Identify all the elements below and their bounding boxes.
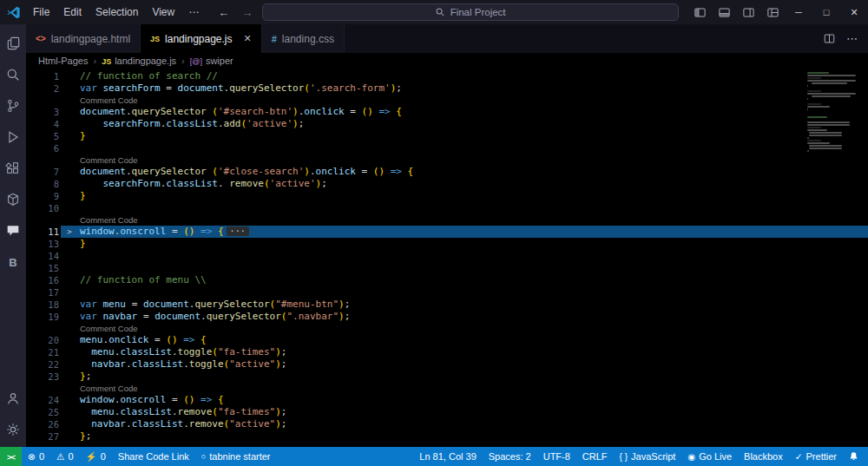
codelens[interactable]: Comment Code — [26, 154, 868, 166]
close-icon[interactable]: ✕ — [244, 33, 252, 44]
code-text[interactable]: } — [80, 190, 868, 202]
package-icon[interactable] — [0, 184, 26, 215]
line-number: 3 — [26, 106, 59, 118]
minimize-button[interactable]: ─ — [785, 0, 812, 24]
breadcrumb-item-landingpage.js[interactable]: JSlandingpage.js — [102, 56, 176, 66]
code-text[interactable]: menu.onclick = () => { — [80, 334, 868, 346]
menu-file[interactable]: File — [26, 3, 56, 22]
code-text[interactable]: document.querySelector ('#search-btn').o… — [80, 106, 868, 118]
layout-sidebar-left-icon[interactable] — [687, 0, 712, 24]
maximize-button[interactable]: □ — [812, 0, 840, 24]
code-text[interactable]: var navbar = document.querySelector(".na… — [80, 311, 868, 323]
code-text[interactable]: // function of search // — [80, 70, 868, 82]
codelens[interactable]: Comment Code — [26, 323, 868, 334]
explorer-icon[interactable] — [0, 28, 26, 59]
layout-customize-icon[interactable] — [760, 0, 785, 24]
codelens[interactable]: Comment Code — [26, 214, 868, 226]
code-line-2: 2var searchForm = document.querySelector… — [26, 82, 868, 95]
status-left-0[interactable]: ⚡0 — [80, 451, 112, 463]
line-number: 22 — [26, 358, 59, 371]
fold-chevron-icon[interactable]: > — [59, 226, 80, 238]
code-line-5: 5} — [26, 130, 868, 142]
account-icon[interactable] — [0, 383, 26, 414]
split-editor-icon[interactable] — [823, 32, 836, 45]
source-control-icon[interactable] — [0, 90, 26, 121]
code-text[interactable]: navbar.classList.remove("active"); — [80, 418, 868, 430]
code-line-6: 6 — [26, 142, 868, 154]
status-right-javascript[interactable]: { }JavaScript — [614, 451, 682, 462]
status-left-tabnine-starter[interactable]: ○tabnine starter — [195, 451, 277, 462]
code-text[interactable]: var menu = document.querySelector("#menu… — [80, 299, 868, 311]
nav-back-button[interactable]: ← — [218, 6, 229, 19]
command-center-search[interactable]: Final Project — [262, 3, 679, 21]
comments-icon[interactable] — [0, 215, 26, 246]
status-left-0[interactable]: ⊗0 — [22, 451, 50, 462]
code-line-16: 16// function of menu \\ — [26, 274, 868, 286]
code-text[interactable]: } — [80, 130, 868, 142]
code-text[interactable]: window.onscroll = () => {··· — [80, 226, 868, 238]
menu-edit[interactable]: Edit — [56, 3, 89, 22]
line-number: 11 — [26, 226, 59, 238]
minimap[interactable] — [807, 71, 858, 152]
nav-forward-button[interactable]: → — [241, 6, 253, 19]
code-text[interactable]: menu.classList.toggle("fa-times"); — [80, 346, 868, 358]
code-text[interactable] — [80, 262, 868, 274]
code-text[interactable] — [80, 250, 868, 262]
status-right-utf-8[interactable]: UTF-8 — [537, 451, 576, 462]
settings-gear-icon[interactable] — [0, 414, 26, 445]
remote-indicator[interactable]: >< — [0, 447, 22, 466]
tab-landingpage.html[interactable]: <>landingpage.html — [26, 24, 141, 53]
extensions-icon[interactable] — [0, 153, 26, 184]
line-number: 24 — [26, 394, 59, 406]
breadcrumb-item-swiper[interactable]: [@]swiper — [190, 56, 233, 66]
code-text[interactable]: }; — [80, 430, 868, 443]
code-text[interactable]: searchForm.classList.add('active'); — [80, 118, 868, 130]
code-text[interactable]: window.onscroll = () => { — [80, 394, 868, 406]
run-debug-icon[interactable] — [0, 121, 26, 153]
status-right-spaces-2[interactable]: Spaces: 2 — [483, 451, 537, 462]
status-right-go-live[interactable]: ◉Go Live — [681, 451, 738, 462]
codelens[interactable]: Comment Code — [26, 383, 868, 394]
blackbox-b-icon[interactable]: B — [0, 246, 26, 278]
folded-code-marker[interactable]: ··· — [227, 226, 249, 236]
fold-margin — [59, 178, 80, 190]
status-left-share-code-link[interactable]: Share Code Link — [112, 451, 195, 462]
close-button[interactable]: ✕ — [840, 0, 868, 24]
code-text[interactable]: var searchForm = document.querySelector(… — [80, 82, 868, 95]
editor[interactable]: 1// function of search //2var searchForm… — [26, 69, 868, 447]
fold-margin — [59, 262, 80, 274]
status-right-blackbox[interactable]: Blackbox — [738, 451, 789, 462]
tab-landing.css[interactable]: #landing.css — [262, 24, 345, 53]
css-icon: # — [272, 34, 277, 44]
fold-margin — [59, 371, 80, 383]
status-right-prettier[interactable]: ✓Prettier — [789, 451, 843, 462]
code-text[interactable]: navbar.classList.toggle("active"); — [80, 358, 868, 371]
tab-landingpage.js[interactable]: JSlandingpage.js✕ — [141, 24, 262, 53]
code-text[interactable]: menu.classList.remove("fa-times"); — [80, 406, 868, 418]
code-text[interactable] — [80, 286, 868, 299]
status-label: Blackbox — [744, 451, 783, 462]
layout-sidebar-right-icon[interactable] — [736, 0, 760, 24]
status-left-0[interactable]: ⚠0 — [50, 451, 80, 462]
code-text[interactable] — [80, 142, 868, 154]
menu-selection[interactable]: Selection — [89, 3, 145, 22]
breadcrumb-item-Html-Pages[interactable]: Html-Pages — [38, 56, 88, 66]
status-right-bell-icon[interactable] — [843, 451, 865, 462]
layout-panel-icon[interactable] — [712, 0, 736, 24]
more-actions-icon[interactable]: ⋯ — [846, 32, 858, 45]
menu-view[interactable]: View — [145, 3, 181, 22]
menu-overflow[interactable]: ⋯ — [181, 3, 206, 22]
code-line-1: 1// function of search // — [26, 70, 868, 82]
search-icon[interactable] — [0, 59, 26, 90]
status-right-crlf[interactable]: CRLF — [576, 451, 614, 462]
status-bar: >< ⊗0⚠0⚡0Share Code Link○tabnine starter… — [0, 447, 868, 466]
code-text[interactable]: // function of menu \\ — [80, 274, 868, 286]
code-text[interactable]: document.querySelector ('#close-search')… — [80, 166, 868, 178]
code-text[interactable]: }; — [80, 371, 868, 383]
codelens[interactable]: Comment Code — [26, 95, 868, 106]
code-text[interactable]: } — [80, 238, 868, 250]
status-right-ln-81-col-39[interactable]: Ln 81, Col 39 — [413, 451, 482, 462]
code-text[interactable] — [80, 202, 868, 214]
line-number: 2 — [26, 82, 59, 95]
code-text[interactable]: searchForm.classList. remove('active'); — [80, 178, 868, 190]
